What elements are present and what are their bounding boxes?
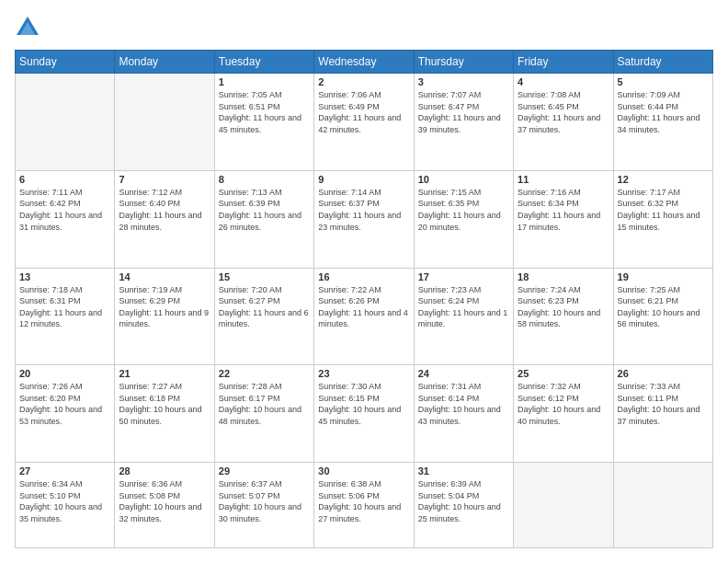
day-info: Sunrise: 7:33 AM Sunset: 6:11 PM Dayligh… bbox=[618, 381, 709, 427]
day-number: 6 bbox=[19, 174, 110, 185]
calendar-cell: 12Sunrise: 7:17 AM Sunset: 6:32 PM Dayli… bbox=[613, 170, 712, 268]
calendar-table: SundayMondayTuesdayWednesdayThursdayFrid… bbox=[15, 50, 713, 548]
logo bbox=[15, 15, 44, 40]
calendar-cell bbox=[16, 74, 115, 171]
day-info: Sunrise: 7:15 AM Sunset: 6:35 PM Dayligh… bbox=[418, 187, 509, 233]
day-number: 13 bbox=[19, 271, 110, 282]
calendar-cell: 2Sunrise: 7:06 AM Sunset: 6:49 PM Daylig… bbox=[314, 74, 414, 171]
day-number: 3 bbox=[418, 76, 509, 87]
calendar-cell: 13Sunrise: 7:18 AM Sunset: 6:31 PM Dayli… bbox=[16, 268, 115, 365]
day-info: Sunrise: 7:16 AM Sunset: 6:34 PM Dayligh… bbox=[518, 187, 609, 233]
day-number: 25 bbox=[518, 368, 609, 379]
calendar-cell: 16Sunrise: 7:22 AM Sunset: 6:26 PM Dayli… bbox=[314, 268, 414, 365]
weekday-header-tuesday: Tuesday bbox=[214, 51, 313, 74]
calendar-cell: 17Sunrise: 7:23 AM Sunset: 6:24 PM Dayli… bbox=[414, 268, 513, 365]
day-number: 27 bbox=[19, 465, 110, 477]
day-info: Sunrise: 7:30 AM Sunset: 6:15 PM Dayligh… bbox=[318, 381, 409, 427]
calendar-cell: 25Sunrise: 7:32 AM Sunset: 6:12 PM Dayli… bbox=[514, 365, 613, 463]
day-number: 31 bbox=[418, 465, 509, 477]
day-number: 2 bbox=[318, 76, 409, 87]
calendar-cell bbox=[115, 74, 214, 171]
day-info: Sunrise: 6:38 AM Sunset: 5:06 PM Dayligh… bbox=[318, 478, 409, 524]
day-info: Sunrise: 7:32 AM Sunset: 6:12 PM Dayligh… bbox=[518, 381, 609, 427]
day-number: 8 bbox=[219, 174, 310, 185]
day-info: Sunrise: 7:08 AM Sunset: 6:45 PM Dayligh… bbox=[518, 89, 609, 135]
weekday-header-sunday: Sunday bbox=[16, 51, 115, 74]
page: SundayMondayTuesdayWednesdayThursdayFrid… bbox=[0, 0, 728, 563]
day-info: Sunrise: 7:31 AM Sunset: 6:14 PM Dayligh… bbox=[418, 381, 509, 427]
calendar-cell: 30Sunrise: 6:38 AM Sunset: 5:06 PM Dayli… bbox=[314, 463, 414, 548]
day-number: 5 bbox=[618, 76, 709, 87]
calendar-cell: 9Sunrise: 7:14 AM Sunset: 6:37 PM Daylig… bbox=[314, 170, 414, 268]
day-number: 1 bbox=[219, 76, 310, 87]
calendar-cell: 7Sunrise: 7:12 AM Sunset: 6:40 PM Daylig… bbox=[115, 170, 214, 268]
day-number: 29 bbox=[219, 465, 310, 477]
day-info: Sunrise: 7:13 AM Sunset: 6:39 PM Dayligh… bbox=[219, 187, 310, 233]
header bbox=[15, 15, 713, 40]
calendar-cell: 19Sunrise: 7:25 AM Sunset: 6:21 PM Dayli… bbox=[613, 268, 712, 365]
day-info: Sunrise: 6:37 AM Sunset: 5:07 PM Dayligh… bbox=[219, 478, 310, 524]
day-number: 4 bbox=[518, 76, 609, 87]
day-info: Sunrise: 7:19 AM Sunset: 6:29 PM Dayligh… bbox=[119, 284, 210, 330]
calendar-cell: 24Sunrise: 7:31 AM Sunset: 6:14 PM Dayli… bbox=[414, 365, 513, 463]
day-number: 19 bbox=[618, 271, 709, 282]
day-number: 7 bbox=[119, 174, 210, 185]
calendar-cell: 18Sunrise: 7:24 AM Sunset: 6:23 PM Dayli… bbox=[514, 268, 613, 365]
calendar-cell: 6Sunrise: 7:11 AM Sunset: 6:42 PM Daylig… bbox=[16, 170, 115, 268]
day-number: 16 bbox=[318, 271, 409, 282]
day-info: Sunrise: 7:18 AM Sunset: 6:31 PM Dayligh… bbox=[19, 284, 110, 330]
day-number: 9 bbox=[318, 174, 409, 185]
calendar-cell: 22Sunrise: 7:28 AM Sunset: 6:17 PM Dayli… bbox=[214, 365, 313, 463]
day-info: Sunrise: 7:12 AM Sunset: 6:40 PM Dayligh… bbox=[119, 187, 210, 233]
day-number: 24 bbox=[418, 368, 509, 379]
calendar-cell: 23Sunrise: 7:30 AM Sunset: 6:15 PM Dayli… bbox=[314, 365, 414, 463]
calendar-cell: 14Sunrise: 7:19 AM Sunset: 6:29 PM Dayli… bbox=[115, 268, 214, 365]
logo-icon bbox=[15, 15, 40, 40]
day-number: 21 bbox=[119, 368, 210, 379]
day-number: 15 bbox=[219, 271, 310, 282]
day-number: 26 bbox=[618, 368, 709, 379]
calendar-cell: 31Sunrise: 6:39 AM Sunset: 5:04 PM Dayli… bbox=[414, 463, 513, 548]
day-info: Sunrise: 7:14 AM Sunset: 6:37 PM Dayligh… bbox=[318, 187, 409, 233]
day-info: Sunrise: 7:11 AM Sunset: 6:42 PM Dayligh… bbox=[19, 187, 110, 233]
day-number: 12 bbox=[618, 174, 709, 185]
calendar-week-4: 20Sunrise: 7:26 AM Sunset: 6:20 PM Dayli… bbox=[16, 365, 713, 463]
weekday-header-thursday: Thursday bbox=[414, 51, 513, 74]
day-number: 22 bbox=[219, 368, 310, 379]
calendar-cell: 15Sunrise: 7:20 AM Sunset: 6:27 PM Dayli… bbox=[214, 268, 313, 365]
day-info: Sunrise: 7:07 AM Sunset: 6:47 PM Dayligh… bbox=[418, 89, 509, 135]
calendar-cell: 21Sunrise: 7:27 AM Sunset: 6:18 PM Dayli… bbox=[115, 365, 214, 463]
calendar-body: 1Sunrise: 7:05 AM Sunset: 6:51 PM Daylig… bbox=[16, 74, 713, 548]
day-info: Sunrise: 7:06 AM Sunset: 6:49 PM Dayligh… bbox=[318, 89, 409, 135]
calendar-cell: 8Sunrise: 7:13 AM Sunset: 6:39 PM Daylig… bbox=[214, 170, 313, 268]
calendar-cell: 10Sunrise: 7:15 AM Sunset: 6:35 PM Dayli… bbox=[414, 170, 513, 268]
calendar-cell: 4Sunrise: 7:08 AM Sunset: 6:45 PM Daylig… bbox=[514, 74, 613, 171]
day-info: Sunrise: 7:25 AM Sunset: 6:21 PM Dayligh… bbox=[618, 284, 709, 330]
day-number: 30 bbox=[318, 465, 409, 477]
calendar-cell: 1Sunrise: 7:05 AM Sunset: 6:51 PM Daylig… bbox=[214, 74, 313, 171]
calendar-cell: 26Sunrise: 7:33 AM Sunset: 6:11 PM Dayli… bbox=[613, 365, 712, 463]
weekday-header-row: SundayMondayTuesdayWednesdayThursdayFrid… bbox=[16, 51, 713, 74]
calendar-cell: 11Sunrise: 7:16 AM Sunset: 6:34 PM Dayli… bbox=[514, 170, 613, 268]
calendar-week-1: 1Sunrise: 7:05 AM Sunset: 6:51 PM Daylig… bbox=[16, 74, 713, 171]
calendar-cell: 27Sunrise: 6:34 AM Sunset: 5:10 PM Dayli… bbox=[16, 463, 115, 548]
calendar-cell: 3Sunrise: 7:07 AM Sunset: 6:47 PM Daylig… bbox=[414, 74, 513, 171]
day-number: 28 bbox=[119, 465, 210, 477]
weekday-header-friday: Friday bbox=[514, 51, 613, 74]
day-number: 10 bbox=[418, 174, 509, 185]
calendar-header: SundayMondayTuesdayWednesdayThursdayFrid… bbox=[16, 51, 713, 74]
day-info: Sunrise: 7:20 AM Sunset: 6:27 PM Dayligh… bbox=[219, 284, 310, 330]
calendar-cell: 28Sunrise: 6:36 AM Sunset: 5:08 PM Dayli… bbox=[115, 463, 214, 548]
day-number: 18 bbox=[518, 271, 609, 282]
day-number: 11 bbox=[518, 174, 609, 185]
calendar-cell: 29Sunrise: 6:37 AM Sunset: 5:07 PM Dayli… bbox=[214, 463, 313, 548]
day-info: Sunrise: 7:26 AM Sunset: 6:20 PM Dayligh… bbox=[19, 381, 110, 427]
calendar-cell: 20Sunrise: 7:26 AM Sunset: 6:20 PM Dayli… bbox=[16, 365, 115, 463]
day-info: Sunrise: 7:17 AM Sunset: 6:32 PM Dayligh… bbox=[618, 187, 709, 233]
weekday-header-saturday: Saturday bbox=[613, 51, 712, 74]
calendar-week-3: 13Sunrise: 7:18 AM Sunset: 6:31 PM Dayli… bbox=[16, 268, 713, 365]
day-number: 14 bbox=[119, 271, 210, 282]
day-info: Sunrise: 7:23 AM Sunset: 6:24 PM Dayligh… bbox=[418, 284, 509, 330]
day-info: Sunrise: 7:22 AM Sunset: 6:26 PM Dayligh… bbox=[318, 284, 409, 330]
calendar-week-5: 27Sunrise: 6:34 AM Sunset: 5:10 PM Dayli… bbox=[16, 463, 713, 548]
